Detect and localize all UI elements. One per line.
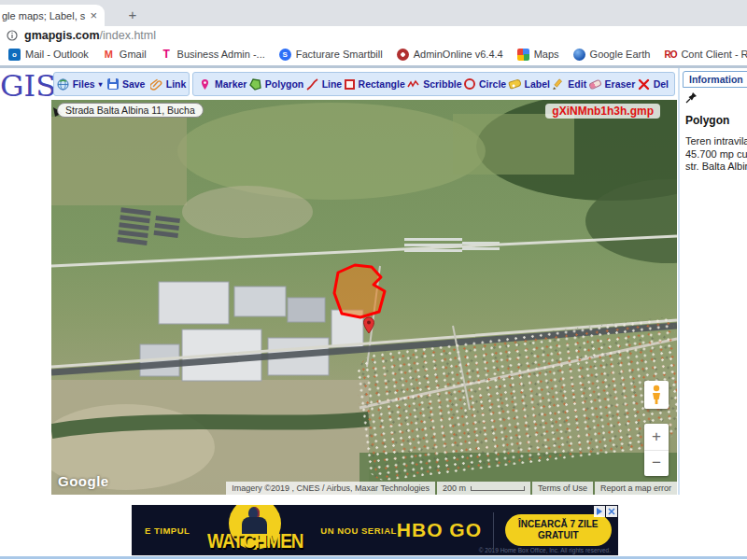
browser-tab[interactable]: gle maps; Label, s ×	[0, 5, 105, 26]
information-panel: Information L Polygon Teren intravilan i…	[678, 68, 747, 495]
address-bar[interactable]: gmapgis.com/index.html	[0, 26, 747, 45]
url-text: gmapgis.com/index.html	[24, 29, 156, 42]
shape-type-heading: Polygon	[685, 114, 747, 127]
floppy-icon	[107, 78, 119, 90]
adminonline-icon	[397, 49, 409, 61]
bookmark-label: Facturare Smartbill	[296, 49, 383, 60]
new-tab-button[interactable]: +	[121, 5, 144, 25]
zoom-out-button[interactable]: −	[644, 451, 669, 477]
ad-title: WATCHMEN	[199, 529, 311, 553]
eraser-label: Eraser	[605, 78, 636, 90]
bookmark-label: Mail - Outlook	[25, 49, 89, 60]
circle-icon	[464, 78, 475, 90]
label-button[interactable]: Label	[509, 78, 550, 90]
line-label: Line	[322, 78, 343, 90]
link-label: Link	[166, 78, 187, 90]
bookmark-adminonline[interactable]: AdminOnline v6.4.4	[397, 49, 503, 61]
tab-information[interactable]: Information	[683, 71, 747, 88]
ad-banner[interactable]: E TIMPUL WATCHMEN UN NOU SERIAL HBO GO Î…	[132, 505, 618, 555]
rectangle-label: Rectangle	[359, 78, 405, 90]
map-canvas[interactable]: Strada Balta Albina 11, Bucha gXiNMnb1h3…	[51, 100, 677, 495]
pegman-button[interactable]	[644, 381, 669, 409]
files-label: Files	[73, 78, 95, 90]
scribble-button[interactable]: Scribble	[407, 78, 461, 91]
polygon-icon	[249, 78, 261, 91]
page-info-icon[interactable]	[7, 30, 18, 41]
smartbill-icon: S	[279, 49, 291, 61]
circle-label: Circle	[479, 78, 506, 90]
barracks-buildings	[117, 207, 180, 249]
bookmark-mail-outlook[interactable]: o Mail - Outlook	[8, 49, 89, 61]
ad-controls	[594, 506, 617, 517]
ro-icon: RO	[664, 49, 676, 61]
gmp-filename-label[interactable]: gXiNMnb1h3h.gmp	[545, 104, 660, 119]
hbo-go-logo: HBO GO	[397, 519, 482, 541]
polygon-button[interactable]: Polygon	[249, 78, 303, 91]
google-earth-icon	[573, 49, 585, 61]
files-button[interactable]: Files ▾	[57, 78, 103, 91]
bookmark-smartbill[interactable]: S Facturare Smartbill	[279, 49, 383, 61]
rectangle-button[interactable]: Rectangle	[345, 78, 405, 90]
url-host: gmapgis.com	[24, 29, 100, 42]
eraser-button[interactable]: Eraser	[589, 78, 636, 90]
scribble-icon	[407, 78, 419, 91]
link-button[interactable]: Link	[150, 78, 187, 91]
gmail-icon: M	[103, 49, 115, 61]
toolbar-file-group: Files ▾ Save Link	[53, 72, 190, 96]
polygon-description: Teren intravilan i 45.700 mp cu PU str. …	[685, 135, 747, 174]
zoom-in-button[interactable]: +	[644, 424, 669, 451]
line-button[interactable]: Line	[306, 78, 343, 91]
browser-tab-strip: gle maps; Label, s × +	[0, 0, 747, 26]
bookmark-google-earth[interactable]: Google Earth	[573, 49, 651, 61]
maps-icon	[517, 49, 529, 61]
bookmark-gmail[interactable]: M Gmail	[103, 49, 147, 61]
bookmark-label: Google Earth	[590, 49, 651, 60]
bookmark-label: Business Admin -...	[177, 49, 265, 60]
circle-button[interactable]: Circle	[464, 78, 506, 90]
bookmark-maps[interactable]: Maps	[517, 49, 559, 61]
tag-icon	[508, 78, 522, 90]
edit-button[interactable]: Edit	[552, 78, 586, 91]
ad-divider	[493, 512, 494, 548]
polygon-label: Polygon	[265, 78, 303, 90]
bookmark-label: Cont Client - ROM...	[681, 49, 747, 60]
scribble-label: Scribble	[423, 78, 461, 90]
ad-tagline-left: E TIMPUL	[145, 525, 190, 536]
terms-of-use-link[interactable]: Terms of Use	[532, 482, 593, 495]
cta-line2: GRATUIT	[538, 530, 579, 540]
eraser-icon	[588, 78, 602, 90]
bookmark-label: Gmail	[120, 49, 147, 60]
line-icon	[306, 78, 318, 91]
tab-close-icon[interactable]: ×	[86, 8, 101, 22]
gmapgis-logo: GIS	[0, 68, 50, 104]
map-attribution-bar: Imagery ©2019 , CNES / Airbus, Maxar Tec…	[224, 482, 677, 495]
marker-pin-icon	[199, 78, 211, 91]
ad-tagline-right: UN NOU SERIAL	[320, 525, 396, 536]
marker-label: Marker	[215, 78, 247, 90]
description-line: 45.700 mp cu PU	[685, 148, 747, 161]
report-map-error-link[interactable]: Report a map error	[595, 482, 677, 495]
bookmark-business-admin[interactable]: T Business Admin -...	[161, 49, 265, 61]
ad-cta-button[interactable]: ÎNCEARCĂ 7 ZILE GRATUIT	[505, 514, 612, 546]
bottom-edge-line	[0, 556, 747, 559]
bookmark-cont-client[interactable]: RO Cont Client - ROM...	[664, 49, 747, 61]
ad-close-icon[interactable]	[606, 506, 617, 517]
watchmen-art: WATCHMEN	[199, 505, 311, 555]
drawn-polygon[interactable]	[334, 265, 385, 317]
ad-right-group: HBO GO ÎNCEARCĂ 7 ZILE GRATUIT	[397, 512, 612, 548]
telekom-icon: T	[161, 49, 173, 61]
adchoices-icon[interactable]	[594, 506, 605, 517]
label-label: Label	[525, 78, 550, 90]
ad-copyright: © 2019 Home Box Office, Inc. All rights …	[479, 547, 611, 553]
paperclip-icon	[150, 78, 162, 91]
address-map-label[interactable]: Strada Balta Albina 11, Bucha	[57, 103, 204, 118]
scale-ruler	[471, 486, 525, 491]
delete-button[interactable]: Del	[638, 78, 669, 91]
cta-line1: ÎNCEARCĂ 7 ZILE	[518, 519, 599, 529]
marker-button[interactable]: Marker	[199, 78, 247, 91]
save-button[interactable]: Save	[107, 78, 146, 90]
pushpin-icon	[685, 91, 698, 104]
google-logo: Google	[58, 473, 109, 489]
bookmark-label: AdminOnline v6.4.4	[414, 49, 503, 60]
pencil-icon	[552, 78, 564, 91]
